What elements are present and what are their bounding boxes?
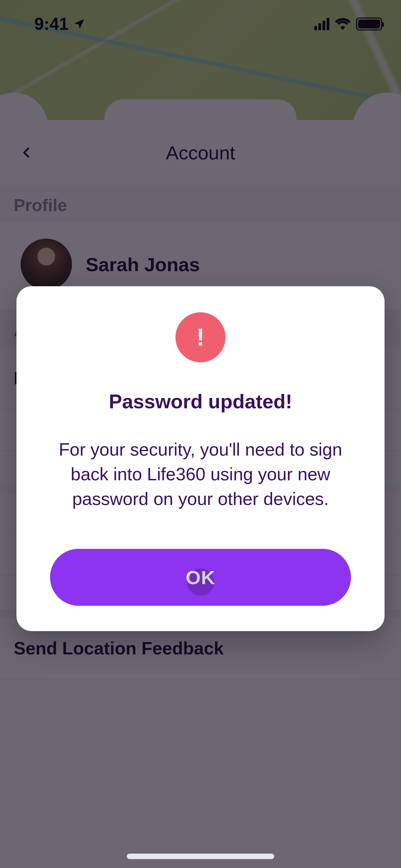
home-indicator[interactable] — [127, 854, 274, 859]
alert-icon-glyph: ! — [196, 324, 204, 351]
modal-title: Password updated! — [37, 390, 364, 413]
modal-body: For your security, you'll need to sign b… — [37, 437, 364, 511]
touch-indicator — [187, 568, 214, 596]
ok-button[interactable]: OK — [50, 549, 351, 606]
password-updated-modal: ! Password updated! For your security, y… — [16, 286, 385, 631]
alert-icon: ! — [175, 312, 226, 362]
